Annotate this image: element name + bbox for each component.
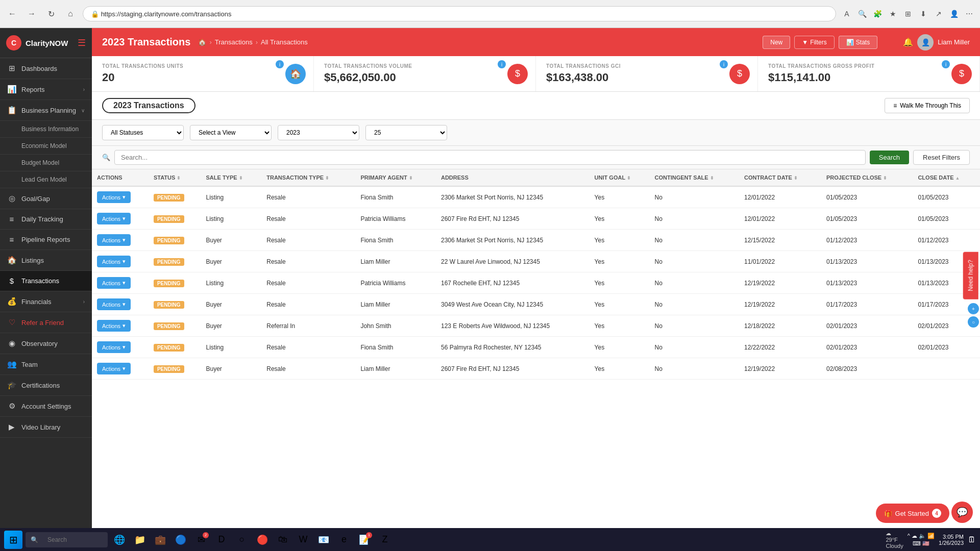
taskbar-browser-icon[interactable]: 🔵 (172, 531, 189, 548)
search-input[interactable] (114, 150, 866, 165)
taskbar-edge-icon[interactable]: 🌐 (111, 531, 128, 548)
favorites-icon[interactable]: ★ (887, 8, 898, 19)
sidebar-item-pipeline-reports[interactable]: ≡ Pipeline Reports (0, 230, 92, 250)
hamburger-icon[interactable]: ☰ (78, 37, 86, 48)
taskbar-cortana-icon[interactable]: ○ (233, 531, 251, 548)
side-icon-2[interactable]: ○ (968, 316, 979, 328)
col-close-date[interactable]: CLOSE DATE▲ (913, 169, 980, 186)
per-page-filter[interactable]: 25 (365, 125, 447, 140)
projected-close-cell: 01/12/2023 (821, 230, 913, 251)
taskbar-outlook-icon[interactable]: 📧 (315, 531, 332, 548)
share-icon[interactable]: ↗ (933, 8, 944, 19)
agent-cell: Liam Miller (355, 294, 436, 315)
actions-button[interactable]: Actions ▾ (97, 191, 131, 203)
view-filter[interactable]: Select a View (190, 125, 272, 140)
chat-button[interactable]: 💬 (951, 502, 973, 523)
taskbar-file-icon[interactable]: 📁 (131, 531, 149, 548)
filters-button[interactable]: ▼ Filters (794, 36, 835, 49)
sidebar-item-refer-friend[interactable]: ♡ Refer a Friend (0, 312, 92, 333)
sidebar-item-financials[interactable]: 💰 Financials › (0, 291, 92, 312)
sidebar-item-video-library[interactable]: ▶ Video Library (0, 417, 92, 438)
actions-button[interactable]: Actions ▾ (97, 320, 131, 332)
table-row: Actions ▾ PENDING Buyer Referral In John… (92, 315, 980, 337)
sidebar-sub-economic-model[interactable]: Economic Model (0, 138, 92, 155)
actions-button[interactable]: Actions ▾ (97, 341, 131, 353)
agent-cell: John Smith (355, 315, 436, 337)
reset-filters-button[interactable]: Reset Filters (913, 150, 970, 165)
sidebar-sub-business-information[interactable]: Business Information (0, 121, 92, 138)
search-button[interactable]: Search (870, 151, 909, 164)
sidebar-item-reports[interactable]: 📊 Reports › (0, 79, 92, 100)
get-started-button[interactable]: 🎁 Get Started 4 (876, 504, 949, 523)
back-button[interactable]: ← (5, 7, 19, 21)
contract-date-cell: 12/15/2022 (739, 230, 821, 251)
table-container[interactable]: ACTIONS STATUS⬍ SALE TYPE⬍ TRANSACTION T… (92, 169, 980, 551)
taskbar-app-icon[interactable]: 🔴 (254, 531, 271, 548)
forward-button[interactable]: → (24, 7, 39, 21)
col-status[interactable]: STATUS⬍ (149, 169, 201, 186)
stats-button[interactable]: 📊 Stats (839, 36, 877, 49)
settings-icon[interactable]: ⋯ (964, 8, 975, 19)
actions-button[interactable]: Actions ▾ (97, 363, 131, 374)
sidebar-item-daily-tracking[interactable]: ≡ Daily Tracking (0, 209, 92, 230)
sidebar-item-listings[interactable]: 🏠 Listings (0, 250, 92, 271)
actions-button[interactable]: Actions ▾ (97, 277, 131, 289)
col-contingent-sale[interactable]: CONTINGENT SALE⬍ (650, 169, 739, 186)
col-unit-goal[interactable]: UNIT GOAL⬍ (590, 169, 650, 186)
unit-goal-cell: Yes (590, 315, 650, 337)
collections-icon[interactable]: ⊞ (902, 8, 914, 19)
col-sale-type[interactable]: SALE TYPE⬍ (201, 169, 262, 186)
home-breadcrumb-icon[interactable]: 🏠 (198, 38, 206, 46)
sidebar-item-business-planning[interactable]: 📋 Business Planning ∨ (0, 100, 92, 121)
sidebar-item-transactions[interactable]: $ Transactions (0, 271, 92, 291)
taskbar-teams-icon[interactable]: 💼 (152, 531, 169, 548)
chevron-down-icon: ∨ (81, 108, 85, 113)
transaction-type-cell: Resale (261, 251, 355, 272)
sidebar-item-label: Certifications (21, 382, 85, 389)
taskbar-search-input[interactable] (41, 534, 103, 545)
date: 1/26/2023 (939, 540, 964, 546)
col-projected-close[interactable]: PROJECTED CLOSE⬍ (821, 169, 913, 186)
sidebar-item-team[interactable]: 👥 Team (0, 354, 92, 375)
actions-button[interactable]: Actions ▾ (97, 256, 131, 267)
taskbar-search-bar[interactable]: 🔍 (26, 532, 108, 547)
sidebar-item-certifications[interactable]: 🎓 Certifications (0, 375, 92, 396)
taskbar-notes-icon[interactable]: 📝 1 (356, 531, 373, 548)
refresh-button[interactable]: ↻ (44, 7, 58, 21)
new-button[interactable]: New (763, 36, 790, 49)
download-icon[interactable]: ⬇ (918, 8, 929, 19)
col-primary-agent[interactable]: PRIMARY AGENT⬍ (355, 169, 436, 186)
sidebar-sub-lead-gen-model[interactable]: Lead Gen Model (0, 171, 92, 188)
col-transaction-type[interactable]: TRANSACTION TYPE⬍ (261, 169, 355, 186)
actions-button[interactable]: Actions ▾ (97, 234, 131, 246)
status-filter[interactable]: All Statuses (102, 125, 184, 140)
taskbar-mail-icon[interactable]: ✉ 2 (192, 531, 210, 548)
walk-me-through-button[interactable]: ≡ Walk Me Through This (885, 98, 970, 113)
sidebar-item-goal-gap[interactable]: ◎ Goal/Gap (0, 188, 92, 209)
start-button[interactable]: ⊞ (4, 531, 22, 549)
search-icon[interactable]: 🔍 (856, 8, 868, 19)
taskbar-edge2-icon[interactable]: e (335, 531, 353, 548)
extension-icon[interactable]: 🧩 (872, 8, 883, 19)
sidebar-item-dashboards[interactable]: ⊞ Dashboards (0, 58, 92, 79)
sidebar-sub-budget-model[interactable]: Budget Model (0, 155, 92, 171)
need-help-button[interactable]: Need help? (963, 252, 978, 299)
profile-icon[interactable]: 👤 (948, 8, 960, 19)
sidebar-item-account-settings[interactable]: ⚙ Account Settings (0, 396, 92, 417)
actions-button[interactable]: Actions ▾ (97, 298, 131, 310)
side-icon-1[interactable]: + (968, 303, 979, 314)
url-bar[interactable]: 🔒 https://staging.claritynowre.com/trans… (83, 6, 836, 21)
notification-center[interactable]: 🗓 (968, 535, 976, 544)
sidebar-item-observatory[interactable]: ◉ Observatory (0, 333, 92, 354)
year-filter[interactable]: 2023 (278, 125, 359, 140)
user-menu[interactable]: 🔔 👤 Liam Miller (903, 34, 970, 51)
taskbar-word-icon[interactable]: W (295, 531, 312, 548)
col-contract-date[interactable]: CONTRACT DATE⬍ (739, 169, 821, 186)
taskbar-dell-icon[interactable]: D (213, 531, 230, 548)
translate-icon[interactable]: A (841, 8, 852, 19)
taskbar-zoom-icon[interactable]: Z (376, 531, 394, 548)
actions-button[interactable]: Actions ▾ (97, 213, 131, 224)
taskbar-store-icon[interactable]: 🛍 (274, 531, 291, 548)
home-button[interactable]: ⌂ (63, 7, 78, 21)
bell-icon[interactable]: 🔔 (903, 37, 913, 47)
